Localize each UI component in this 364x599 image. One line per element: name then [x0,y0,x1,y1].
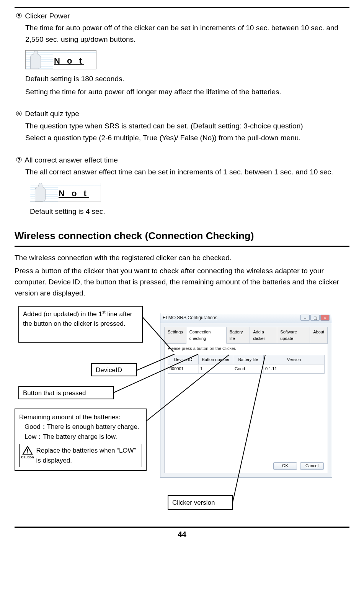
intro-p2: Press a button of the clicker that you w… [15,265,349,299]
cell-device-id: 000001 [168,364,199,373]
item-7-body: The all correct answer effect time can b… [25,166,349,177]
footer-rule [15,527,349,528]
cell-version: 0.1.11 [264,364,324,373]
item-6-body-1: The question type when SRS is started ca… [25,120,349,131]
item-7-head: ⑦ All correct answer effect time [15,154,349,166]
note-box-1: N o t e [25,50,96,69]
tabs: Settings Connection checking Battery lif… [165,327,328,344]
item-5-number: ⑤ [15,10,23,21]
item-5-body: The time for auto power off of the click… [25,22,349,45]
window-titlebar: ELMO SRS Configurations – ▢ × [160,313,332,323]
ok-button[interactable]: OK [273,462,297,470]
tab-connection-checking[interactable]: Connection checking [186,327,227,344]
item-7-number: ⑦ [15,154,23,166]
note-1-text-b: Setting the time for auto power off long… [25,86,349,97]
col-version: Version [264,355,324,364]
col-button-number: Button number [199,355,233,364]
window-inner: Settings Connection checking Battery lif… [164,327,328,473]
section-heading: Wireless connection check (Connection Ch… [15,228,349,243]
remaining-title: Remaining amount of the batteries: [19,412,142,422]
callout-button-pressed: Button that is pressed [18,386,114,399]
note-label: N o t e [58,187,101,202]
cancel-button[interactable]: Cancel [300,462,324,470]
item-6-head: ⑥ Default quiz type [15,108,349,119]
item-6-number: ⑥ [15,108,23,119]
item-7-title: All correct answer effect time [24,156,118,164]
callout-clicker-version: Clicker version [168,495,233,510]
item-5-head: ⑤ Clicker Power [15,10,349,21]
note-label: N o t e [53,54,96,69]
minimize-button[interactable]: – [300,315,310,321]
window-title: ELMO SRS Configurations [163,314,217,322]
top-rule [15,7,349,8]
item-6-body-2: Select a question type (2-6 multiple, Tr… [25,132,349,143]
callout-deviceid: DeviceID [91,363,137,376]
note-box-2: N o t e [30,183,101,202]
caution-row: Caution Replace the batteries when “LOW”… [19,444,142,467]
callout-remaining: Remaining amount of the batteries: Good：… [15,409,147,471]
callout-added: Added (or updated) in the 1st line after… [18,306,143,343]
tab-battery-life[interactable]: Battery life [227,327,250,343]
cell-button-number: 1 [199,364,233,373]
caution-label: Caution [21,455,34,460]
tab-about[interactable]: About [310,327,328,343]
pointing-hand-icon [27,50,43,69]
cell-battery-life: Good [233,364,264,373]
diagram-area: ELMO SRS Configurations – ▢ × Settings C… [15,306,349,520]
pointing-hand-icon [32,183,48,202]
window-buttons: – ▢ × [300,315,330,321]
intro-p1: The wireless connection with the registe… [15,252,349,263]
svg-point-1 [27,453,28,454]
remaining-low: Low：The battery charge is low. [24,432,142,442]
result-grid: Device ID Button number Battery life Ver… [168,355,325,374]
window-footer: OK Cancel [273,462,324,470]
prompt-text: Please press a button on the Clicker. [165,344,328,353]
note-1-text-a: Default setting is 180 seconds. [25,73,349,84]
close-button[interactable]: × [320,315,330,321]
col-device-id: Device ID [168,355,199,364]
maximize-button[interactable]: ▢ [310,315,320,321]
callout-added-pre: Added (or updated) in the 1 [23,310,102,318]
caution-icon: Caution [21,446,34,460]
caution-text: Replace the batteries when “LOW” is disp… [36,446,140,465]
screenshot-window: ELMO SRS Configurations – ▢ × Settings C… [160,313,332,478]
heading-rule [15,246,349,247]
tab-settings[interactable]: Settings [165,327,186,343]
callout-added-sup: st [102,310,106,314]
remaining-good: Good：There is enough battery charge. [24,422,142,432]
col-battery-life: Battery life [233,355,264,364]
item-5-title: Clicker Power [25,12,70,20]
tab-software-update[interactable]: Software update [277,327,310,343]
page-number: 44 [15,528,349,540]
note-2-text: Default setting is 4 sec. [30,206,349,217]
item-6-title: Default quiz type [25,110,79,118]
tab-add-clicker[interactable]: Add a clicker [250,327,277,343]
